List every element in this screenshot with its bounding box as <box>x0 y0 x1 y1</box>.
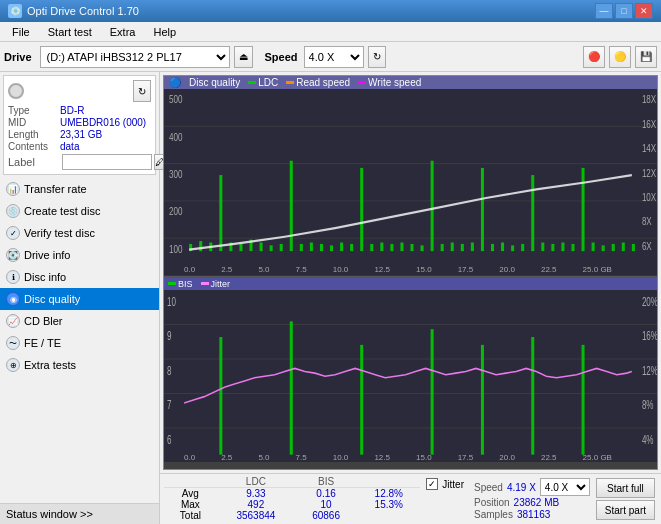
svg-rect-29 <box>310 243 313 252</box>
stats-speed-select[interactable]: 4.0 X <box>540 478 590 496</box>
close-button[interactable]: ✕ <box>635 3 653 19</box>
sidebar-item-disc-info[interactable]: ℹ Disc info <box>0 266 159 288</box>
jitter-checkbox[interactable]: ✓ <box>426 478 438 490</box>
disc-icon <box>8 83 24 99</box>
legend-jitter-label: Jitter <box>211 279 231 289</box>
sidebar-item-transfer-rate[interactable]: 📊 Transfer rate <box>0 178 159 200</box>
sidebar-item-fe-te[interactable]: 〜 FE / TE <box>0 332 159 354</box>
svg-rect-38 <box>400 243 403 252</box>
legend-ldc-dot <box>248 81 256 84</box>
nav-icon-verify: ✓ <box>6 226 20 240</box>
menu-start-test[interactable]: Start test <box>40 24 100 40</box>
menu-help[interactable]: Help <box>145 24 184 40</box>
ldc-avg: 9.33 <box>217 488 295 500</box>
svg-rect-32 <box>340 243 343 252</box>
status-window-button[interactable]: Status window >> <box>0 503 159 524</box>
legend-bis: BIS <box>168 279 193 289</box>
svg-rect-56 <box>582 168 585 251</box>
svg-text:8%: 8% <box>642 397 654 411</box>
bis-avg: 0.16 <box>295 488 357 500</box>
x-label-150: 15.0 <box>416 265 432 274</box>
sidebar-item-cd-bler[interactable]: 📈 CD Bler <box>0 310 159 332</box>
svg-rect-34 <box>360 168 363 251</box>
jitter-section: ✓ Jitter <box>420 476 470 492</box>
x-label-100: 10.0 <box>333 265 349 274</box>
chart-container: 🔵 Disc quality LDC Read speed Write spee… <box>163 75 658 470</box>
app-title: Opti Drive Control 1.70 <box>27 5 139 17</box>
menu-file[interactable]: File <box>4 24 38 40</box>
maximize-button[interactable]: □ <box>615 3 633 19</box>
x-label-125: 12.5 <box>374 265 390 274</box>
chart-top: 500 400 300 200 100 18X 16X 14X 12X 10X … <box>164 89 657 276</box>
svg-text:8: 8 <box>167 362 172 376</box>
disc-type-key: Type <box>8 105 60 116</box>
sidebar-item-disc-quality[interactable]: ◉ Disc quality <box>0 288 159 310</box>
max-label: Max <box>164 499 217 510</box>
nav-label-create: Create test disc <box>24 205 100 217</box>
svg-rect-52 <box>541 243 544 252</box>
svg-rect-46 <box>481 168 484 251</box>
svg-rect-41 <box>431 161 434 251</box>
toolbar: Drive (D:) ATAPI iHBS312 2 PL17 ⏏ Speed … <box>0 42 661 72</box>
bx-label-25: 2.5 <box>221 453 232 462</box>
settings-button1[interactable]: 🔴 <box>583 46 605 68</box>
svg-text:200: 200 <box>169 205 183 218</box>
svg-rect-78 <box>290 321 293 454</box>
svg-rect-33 <box>350 244 353 251</box>
bx-label-0: 0.0 <box>184 453 195 462</box>
svg-text:6X: 6X <box>642 239 652 252</box>
disc-label-key: Label <box>8 156 60 168</box>
legend-read-speed: Read speed <box>286 77 350 88</box>
bx-label-50: 5.0 <box>258 453 269 462</box>
bis-max: 10 <box>295 499 357 510</box>
disc-mid-val: UMEBDR016 (000) <box>60 117 146 128</box>
drive-select[interactable]: (D:) ATAPI iHBS312 2 PL17 <box>40 46 230 68</box>
col-header-jitter-spacer <box>357 476 420 488</box>
svg-text:20%: 20% <box>642 293 657 307</box>
disc-refresh-btn[interactable]: ↻ <box>133 80 151 102</box>
chart-top-svg: 500 400 300 200 100 18X 16X 14X 12X 10X … <box>164 89 657 276</box>
save-button[interactable]: 💾 <box>635 46 657 68</box>
bx-label-175: 17.5 <box>458 453 474 462</box>
svg-text:8X: 8X <box>642 215 652 228</box>
svg-rect-47 <box>491 244 494 251</box>
sidebar-item-verify-test-disc[interactable]: ✓ Verify test disc <box>0 222 159 244</box>
nav-icon-disc-info: ℹ <box>6 270 20 284</box>
svg-rect-61 <box>632 244 635 251</box>
start-full-button[interactable]: Start full <box>596 478 655 498</box>
svg-rect-45 <box>471 243 474 252</box>
jitter-total-spacer <box>357 510 420 521</box>
sidebar-item-create-test-disc[interactable]: 💿 Create test disc <box>0 200 159 222</box>
eject-button[interactable]: ⏏ <box>234 46 253 68</box>
start-part-button[interactable]: Start part <box>596 500 655 520</box>
refresh-button[interactable]: ↻ <box>368 46 386 68</box>
menu-extra[interactable]: Extra <box>102 24 144 40</box>
svg-rect-26 <box>280 244 283 251</box>
legend-ldc: LDC <box>248 77 278 88</box>
stats-bar: LDC BIS Avg 9.33 0.16 12.8% Max 492 <box>160 473 661 524</box>
sidebar: ↻ Type BD-R MID UMEBDR016 (000) Length 2… <box>0 72 160 524</box>
app-icon: 💿 <box>8 4 22 18</box>
disc-label-input[interactable] <box>62 154 152 170</box>
sidebar-item-extra-tests[interactable]: ⊕ Extra tests <box>0 354 159 376</box>
svg-rect-55 <box>571 244 574 251</box>
svg-rect-20 <box>219 175 222 251</box>
speed-select[interactable]: 4.0 X <box>304 46 364 68</box>
nav-label-cd-bler: CD Bler <box>24 315 63 327</box>
samples-row: Samples 381163 <box>474 509 590 520</box>
sidebar-item-drive-info[interactable]: 💽 Drive info <box>0 244 159 266</box>
legend-bis-label: BIS <box>178 279 193 289</box>
svg-rect-50 <box>521 244 524 251</box>
svg-rect-24 <box>260 243 263 252</box>
svg-text:10X: 10X <box>642 190 657 203</box>
nav-label-transfer: Transfer rate <box>24 183 87 195</box>
x-label-200: 20.0 <box>499 265 515 274</box>
svg-rect-51 <box>531 175 534 251</box>
settings-button2[interactable]: 🟡 <box>609 46 631 68</box>
main-content: ↻ Type BD-R MID UMEBDR016 (000) Length 2… <box>0 72 661 524</box>
nav-icon-cd-bler: 📈 <box>6 314 20 328</box>
minimize-button[interactable]: — <box>595 3 613 19</box>
legend-write-dot <box>358 81 366 84</box>
svg-rect-39 <box>411 244 414 251</box>
legend-write-speed: Write speed <box>358 77 421 88</box>
